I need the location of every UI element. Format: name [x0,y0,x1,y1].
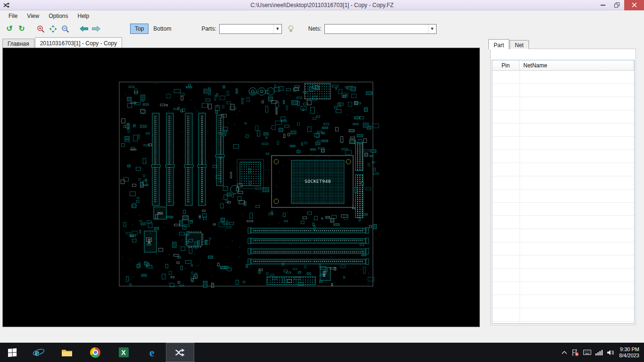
pin-net-table[interactable]: Pin NetName [492,60,635,324]
nets-dropdown[interactable]: ▼ [324,24,437,34]
volume-icon[interactable] [607,349,615,356]
zoom-fit-icon [49,25,57,33]
column-header-pin[interactable]: Pin [492,60,520,70]
taskbar-chrome-button[interactable] [81,343,109,362]
table-row [492,150,634,163]
forward-arrow-icon [92,26,100,32]
internet-explorer-icon: e [33,347,45,358]
table-row [492,242,634,255]
board-canvas[interactable]: SOCKET940 ZU1 OU1 HU1 [2,48,480,327]
maximize-button[interactable] [610,0,624,10]
restore-icon [614,2,620,8]
chrome-icon [90,347,100,358]
top-side-toggle[interactable]: Top [130,24,149,34]
taskbar-ie-button[interactable]: e [25,343,53,362]
tab-part[interactable]: Part [488,39,509,49]
side-panel: Pin NetName [490,49,636,325]
chevron-down-icon: ▼ [273,25,281,33]
rotate-cw-button[interactable]: ↻ [16,23,27,34]
toolbar: ↺ ↻ Top Bottom P [0,22,644,36]
rotate-ccw-button[interactable]: ↺ [4,23,15,34]
zoom-out-button[interactable] [59,23,71,34]
rotate-cw-icon: ↻ [18,25,25,33]
back-arrow-icon [80,26,88,32]
table-row [492,189,634,203]
system-tray: 9:30 PM 8/4/2023 [561,343,644,362]
table-row [492,71,634,84]
action-center-flag-icon[interactable] [571,349,579,356]
titlebar: C:\Users\neel\Desktop\20110316703[1] - C… [0,0,644,10]
table-row [492,110,634,123]
zoom-in-icon [37,25,45,33]
taskbar: e X e [0,343,644,362]
zu1-label: ZU1 [157,212,163,215]
bottom-side-toggle[interactable]: Bottom [149,24,176,34]
tray-time: 9:30 PM [619,346,639,353]
table-row [492,229,634,242]
column-divider [520,71,520,323]
boardviewer-app-icon [174,347,186,358]
start-button[interactable] [0,343,25,362]
forward-button[interactable] [91,23,102,34]
minimize-button[interactable] [596,0,610,10]
pcb-boardview: SOCKET940 ZU1 OU1 HU1 [3,48,479,327]
socket-label: SOCKET940 [305,179,331,184]
column-header-netname[interactable]: NetName [520,60,634,70]
table-body [492,71,634,323]
side-tabstrip: Part Net [488,39,529,49]
file-explorer-icon [61,348,73,357]
menu-item-view[interactable]: View [22,11,44,21]
app-icon [3,1,10,9]
windows-logo-icon [7,347,17,358]
highlight-bulb-button[interactable] [286,24,296,34]
menu-item-help[interactable]: Help [73,11,94,21]
tray-expand-button[interactable] [561,351,567,354]
taskbar-excel-button[interactable]: X [109,343,138,362]
back-button[interactable] [78,23,90,34]
menu-item-file[interactable]: File [4,11,22,21]
excel-icon: X [119,347,129,357]
tab-document[interactable]: 20110316703[1] - Copy - Copy [35,37,122,48]
parts-label: Parts: [201,25,216,32]
table-row [492,203,634,216]
table-row [492,282,634,295]
minimize-icon [601,5,605,6]
tab-net[interactable]: Net [510,40,529,49]
table-row [492,123,634,137]
menubar: File View Options Help [0,10,644,22]
zoom-out-icon [61,25,69,33]
document-tabstrip: Главная 20110316703[1] - Copy - Copy [2,37,123,48]
table-row [492,97,634,110]
taskbar-explorer-button[interactable] [53,343,81,362]
tray-date: 8/4/2023 [619,353,639,359]
table-row [492,84,634,97]
table-row [492,295,634,308]
ou1-label: OU1 [148,239,151,245]
clock[interactable]: 9:30 PM 8/4/2023 [619,346,639,359]
chevron-down-icon: ▼ [428,25,436,33]
tab-home[interactable]: Главная [2,39,34,48]
table-row [492,255,634,269]
svg-text:e: e [35,347,39,358]
edge-icon: e [149,347,155,358]
zoom-fit-button[interactable] [47,23,58,34]
close-button[interactable] [624,0,644,10]
table-row [492,308,634,321]
table-row [492,269,634,282]
network-signal-icon[interactable] [595,349,603,355]
parts-dropdown[interactable]: ▼ [219,24,282,34]
taskbar-app-button[interactable] [166,343,194,362]
table-header: Pin NetName [492,60,634,71]
lightbulb-icon [288,25,294,33]
table-row [492,176,634,189]
window-title: C:\Users\neel\Desktop\20110316703[1] - C… [0,2,644,8]
touch-keyboard-icon[interactable] [583,349,591,355]
table-row [492,216,634,229]
hu1-label: HU1 [322,271,326,277]
rotate-ccw-icon: ↺ [6,25,12,33]
taskbar-edge-button[interactable]: e [138,343,166,362]
nets-label: Nets: [308,25,322,32]
zoom-in-button[interactable] [35,23,46,34]
menu-item-options[interactable]: Options [44,11,73,21]
close-icon [632,2,637,8]
